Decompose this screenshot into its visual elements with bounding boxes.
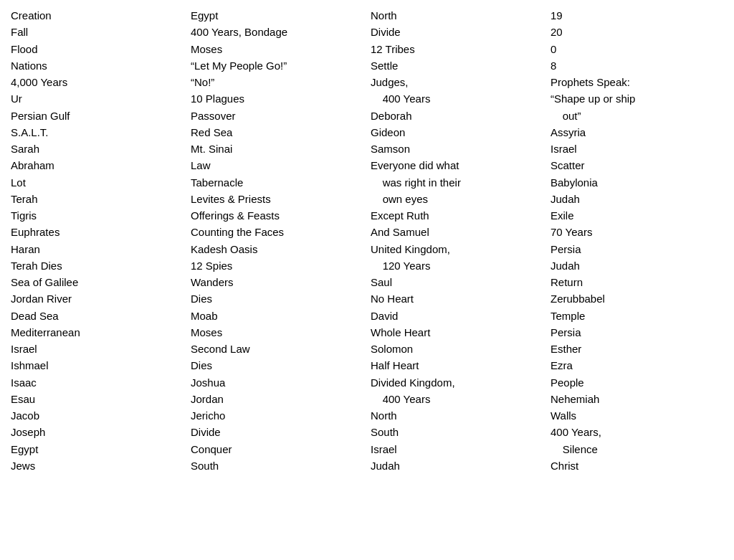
list-item: Esau: [11, 391, 184, 407]
list-item: 19: [550, 7, 723, 24]
list-item: Wanders: [191, 274, 363, 290]
list-item: Tabernacle: [191, 174, 363, 191]
list-item: Samson: [371, 141, 543, 157]
list-item: Fall: [11, 24, 184, 40]
list-item: Divide: [371, 24, 543, 40]
list-item: Nations: [11, 57, 184, 74]
list-item: Haran: [11, 241, 184, 257]
list-item: Walls: [550, 407, 723, 424]
list-item: Jericho: [191, 407, 363, 424]
list-item: Euphrates: [11, 224, 184, 240]
list-item: Sarah: [11, 141, 184, 157]
column-2: Egypt400 Years, BondageMoses“Let My Peop…: [191, 7, 371, 474]
list-item: Judah: [371, 457, 543, 474]
list-item: And Samuel: [371, 224, 543, 240]
column-3: NorthDivide12 TribesSettleJudges, 400 Ye…: [371, 7, 550, 474]
list-item: Nehemiah: [550, 391, 723, 407]
list-item: Terah Dies: [11, 257, 184, 274]
list-item: Babylonia: [550, 174, 723, 191]
list-item: Moses: [191, 324, 363, 341]
list-item: Mt. Sinai: [191, 141, 363, 157]
list-item: 4,000 Years: [11, 74, 184, 90]
list-item: United Kingdom, 120 Years: [371, 241, 543, 275]
list-item: Solomon: [371, 341, 543, 357]
list-item: People: [550, 374, 723, 391]
list-item: Assyria: [550, 124, 723, 141]
list-item: Creation: [11, 7, 184, 24]
list-item: Jews: [11, 457, 184, 474]
list-item: Offerings & Feasts: [191, 207, 363, 224]
list-item: Egypt: [11, 441, 184, 457]
list-item: Except Ruth: [371, 207, 543, 224]
list-item: Divide: [191, 424, 363, 440]
list-item: Christ: [550, 457, 723, 474]
list-item: Red Sea: [191, 124, 363, 141]
list-item: Persian Gulf: [11, 108, 184, 124]
list-item: Scatter: [550, 157, 723, 174]
list-item: Israel: [11, 341, 184, 357]
list-item: Moses: [191, 41, 363, 57]
list-item: Judges, 400 Years: [371, 74, 543, 108]
list-item: No Heart: [371, 290, 543, 307]
list-item: 0: [550, 41, 723, 57]
list-item: Whole Heart: [371, 324, 543, 341]
list-item: North: [371, 407, 543, 424]
list-item: Second Law: [191, 341, 363, 357]
list-item: South: [371, 424, 543, 440]
list-item: 12 Tribes: [371, 41, 543, 57]
list-item: Dead Sea: [11, 308, 184, 324]
list-item: Sea of Galilee: [11, 274, 184, 290]
list-item: Judah: [550, 257, 723, 274]
list-item: Kadesh Oasis: [191, 241, 363, 257]
list-item: Temple: [550, 308, 723, 324]
list-item: 12 Spies: [191, 257, 363, 274]
list-item: David: [371, 308, 543, 324]
list-item: Egypt: [191, 7, 363, 24]
column-4: 192008Prophets Speak: “Shape up or ship …: [550, 7, 723, 474]
list-item: Jacob: [11, 407, 184, 424]
list-item: 10 Plagues: [191, 90, 363, 107]
list-item: Flood: [11, 41, 184, 57]
list-item: Conquer: [191, 441, 363, 457]
list-item: North: [371, 7, 543, 24]
list-item: S.A.L.T.: [11, 124, 184, 141]
list-item: Half Heart: [371, 357, 543, 374]
list-item: Esther: [550, 341, 723, 357]
list-item: Law: [191, 157, 363, 174]
list-item: Ezra: [550, 357, 723, 374]
list-item: Joseph: [11, 424, 184, 440]
list-item: Joshua: [191, 374, 363, 391]
list-item: Israel: [371, 441, 543, 457]
list-item: Zerubbabel: [550, 290, 723, 307]
list-item: 70 Years: [550, 224, 723, 240]
list-item: Gideon: [371, 124, 543, 141]
list-item: Counting the Faces: [191, 224, 363, 240]
list-item: Levites & Priests: [191, 191, 363, 207]
list-item: Return: [550, 274, 723, 290]
list-item: Exile: [550, 207, 723, 224]
list-item: Prophets Speak: “Shape up or ship out”: [550, 74, 723, 124]
list-item: South: [191, 457, 363, 474]
list-item: “Let My People Go!”: [191, 57, 363, 74]
list-item: Israel: [550, 141, 723, 157]
column-1: CreationFallFloodNations4,000 YearsUrPer…: [11, 7, 191, 474]
list-item: Lot: [11, 174, 184, 191]
list-item: Judah: [550, 191, 723, 207]
list-item: Divided Kingdom, 400 Years: [371, 374, 543, 408]
list-item: Ur: [11, 90, 184, 107]
list-item: Persia: [550, 241, 723, 257]
list-item: Passover: [191, 108, 363, 124]
list-item: Dies: [191, 290, 363, 307]
list-item: Isaac: [11, 374, 184, 391]
list-item: Jordan: [191, 391, 363, 407]
list-item: “No!”: [191, 74, 363, 90]
list-item: Mediterranean: [11, 324, 184, 341]
list-item: Jordan River: [11, 290, 184, 307]
list-item: Dies: [191, 357, 363, 374]
list-item: Tigris: [11, 207, 184, 224]
list-item: 8: [550, 57, 723, 74]
list-item: Ishmael: [11, 357, 184, 374]
list-item: Deborah: [371, 108, 543, 124]
list-item: 400 Years, Silence: [550, 424, 723, 457]
list-item: Abraham: [11, 157, 184, 174]
